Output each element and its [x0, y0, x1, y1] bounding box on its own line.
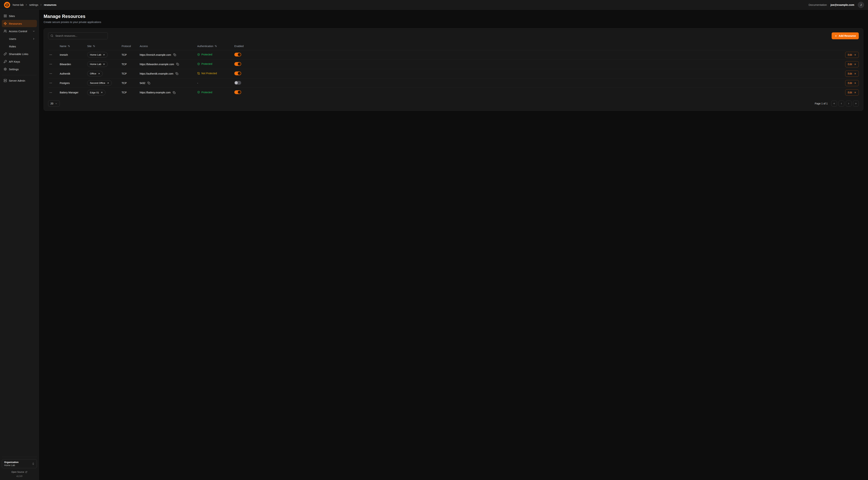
last-page-button[interactable]	[853, 101, 859, 107]
search-icon	[51, 34, 53, 37]
row-menu-button[interactable]	[48, 81, 53, 85]
edit-button[interactable]: Edit	[845, 70, 859, 77]
site-link-button[interactable]: Office	[87, 71, 103, 77]
edit-button[interactable]: Edit	[845, 80, 859, 86]
next-page-button[interactable]	[846, 101, 851, 107]
row-menu-button[interactable]	[48, 53, 53, 57]
column-protocol: Protocol	[122, 45, 140, 48]
site-link-button[interactable]: Edge 01	[87, 90, 105, 95]
sidebar-item-label: Resources	[9, 22, 22, 25]
search-input[interactable]	[55, 34, 105, 37]
row-menu-button[interactable]	[48, 71, 53, 76]
auth-label: Protected	[202, 91, 212, 94]
table-toolbar: Add Resource	[48, 32, 859, 39]
sidebar-item-access-control[interactable]: Access Control	[2, 28, 37, 35]
site-link-button[interactable]: Second Office	[87, 80, 112, 86]
column-label: Site	[87, 45, 92, 48]
arrow-right-icon	[854, 82, 856, 84]
enabled-toggle[interactable]	[234, 71, 241, 75]
table-row: Bitwarden Home Lab TCP https://bitwarden…	[48, 60, 859, 69]
edit-button[interactable]: Edit	[845, 52, 859, 58]
sidebar-item-shareable-links[interactable]: Shareable Links	[2, 50, 37, 58]
arrow-right-icon	[854, 63, 856, 65]
ellipsis-icon	[49, 72, 52, 75]
column-label: Access	[140, 45, 148, 48]
chevrons-up-down-icon	[32, 462, 35, 465]
sidebar-item-users[interactable]: Users	[2, 35, 37, 42]
organization-value: Home Lab	[4, 464, 19, 467]
chevrons-left-icon	[833, 102, 835, 105]
sort-icon	[93, 45, 95, 47]
edit-label: Edit	[848, 91, 852, 94]
users-icon	[4, 30, 7, 33]
row-menu-button[interactable]	[48, 90, 53, 95]
column-name[interactable]: Name	[60, 45, 87, 48]
copy-icon[interactable]	[173, 53, 177, 57]
edit-label: Edit	[848, 53, 852, 56]
ellipsis-icon	[49, 91, 52, 94]
auth-status: Protected	[197, 62, 212, 65]
breadcrumb: home-lab settings resources	[13, 3, 57, 6]
key-icon	[4, 60, 7, 63]
documentation-link[interactable]: Documentation	[809, 3, 827, 6]
edit-label: Edit	[848, 82, 852, 85]
site-link-button[interactable]: Home Lab	[87, 52, 108, 58]
access-value: https://bitwarden.example.com	[140, 63, 174, 66]
table-header: Name Site Protocol Access Authentication	[48, 42, 859, 50]
copy-icon[interactable]	[176, 62, 179, 66]
site-link-button[interactable]: Home Lab	[87, 61, 108, 67]
page-size-select[interactable]: 20	[48, 100, 60, 107]
copy-icon[interactable]	[147, 81, 151, 85]
enabled-toggle[interactable]	[234, 81, 241, 85]
site-name: Home Lab	[90, 53, 101, 56]
sidebar-item-sites[interactable]: Sites	[2, 12, 37, 20]
edit-button[interactable]: Edit	[845, 89, 859, 96]
sidebar-item-label: Settings	[9, 68, 19, 71]
access-value: https://immich.example.com	[140, 53, 171, 56]
column-label: Enabled	[234, 45, 244, 48]
site-name: Office	[90, 72, 96, 75]
copy-icon[interactable]	[175, 72, 179, 75]
site-name: Second Office	[90, 82, 105, 84]
auth-status: Protected	[197, 53, 212, 56]
search-box	[48, 32, 108, 39]
enabled-toggle[interactable]	[234, 90, 241, 94]
ellipsis-icon	[49, 82, 52, 85]
sidebar-item-settings[interactable]: Settings	[2, 65, 37, 73]
open-source-link[interactable]: Open Source	[11, 471, 28, 473]
sidebar-item-label: Roles	[9, 45, 16, 48]
column-label: Protocol	[122, 45, 131, 48]
sidebar-item-server-admin[interactable]: Server Admin	[2, 77, 37, 84]
previous-page-button[interactable]	[838, 101, 844, 107]
breadcrumb-resources[interactable]: resources	[44, 3, 56, 6]
enabled-toggle[interactable]	[234, 62, 241, 66]
add-resource-button[interactable]: Add Resource	[832, 32, 859, 39]
version-label: v1.3.0	[2, 475, 37, 477]
link-icon	[4, 52, 7, 56]
resource-name: Battery Manager	[60, 91, 87, 94]
copy-icon[interactable]	[173, 91, 176, 94]
chevron-right-icon	[32, 37, 35, 40]
page-size-value: 20	[51, 102, 53, 105]
sidebar-item-roles[interactable]: Roles	[2, 43, 37, 50]
first-page-button[interactable]	[831, 101, 837, 107]
column-site[interactable]: Site	[87, 45, 122, 48]
enabled-toggle[interactable]	[234, 53, 241, 57]
sidebar-item-resources[interactable]: Resources	[2, 20, 37, 27]
protocol-value: TCP	[122, 91, 140, 94]
avatar[interactable]: J	[858, 2, 864, 8]
pangolin-logo-icon[interactable]	[4, 2, 10, 8]
column-authentication[interactable]: Authentication	[197, 45, 234, 48]
chevrons-right-icon	[855, 102, 857, 105]
sidebar-item-api-keys[interactable]: API Keys	[2, 58, 37, 65]
site-name: Edge 01	[90, 91, 99, 94]
pagination: Page 1 of 1	[815, 101, 859, 107]
edit-button[interactable]: Edit	[845, 61, 859, 67]
auth-status: Protected	[197, 91, 212, 94]
breadcrumb-settings[interactable]: settings	[29, 3, 38, 6]
access-value: https://authentik.example.com	[140, 72, 173, 75]
breadcrumb-org[interactable]: home-lab	[13, 3, 24, 6]
user-email: joe@example.com	[831, 3, 854, 6]
row-menu-button[interactable]	[48, 62, 53, 66]
organization-selector[interactable]: Organization Home Lab	[2, 459, 37, 468]
